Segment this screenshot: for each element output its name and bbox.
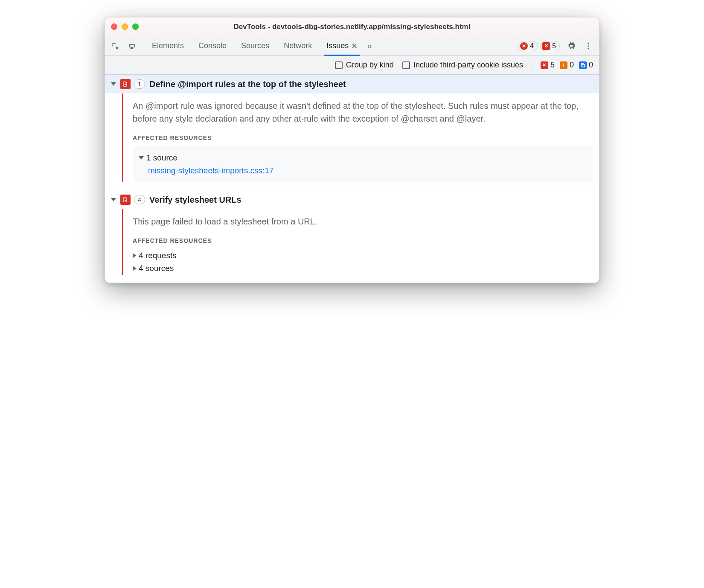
requests-summary-row[interactable]: 4 requests xyxy=(133,249,593,262)
issue-item: 1 Define @import rules at the top of the… xyxy=(105,75,599,190)
severity-bar xyxy=(122,209,123,275)
more-tabs-icon[interactable]: » xyxy=(367,41,372,51)
affected-resources-label: AFFECTED RESOURCES xyxy=(133,134,593,141)
traffic-lights xyxy=(111,23,139,30)
svg-point-0 xyxy=(588,43,589,44)
collapse-triangle-icon xyxy=(133,266,136,271)
issues-list: 1 Define @import rules at the top of the… xyxy=(105,75,599,283)
error-square-icon: ✕ xyxy=(542,42,550,50)
issue-body: An @import rule was ignored because it w… xyxy=(105,93,599,190)
group-by-kind-checkbox[interactable]: Group by kind xyxy=(335,61,394,70)
sources-summary-row[interactable]: 4 sources xyxy=(133,262,593,275)
issue-title: Define @import rules at the top of the s… xyxy=(149,79,346,89)
issue-header[interactable]: 1 Define @import rules at the top of the… xyxy=(105,75,599,93)
sources-summary-text: 4 sources xyxy=(139,264,174,273)
expand-triangle-icon xyxy=(111,198,116,201)
tab-issues[interactable]: Issues ✕ xyxy=(325,36,359,55)
toolbar-right xyxy=(564,39,596,53)
issue-description: An @import rule was ignored because it w… xyxy=(133,99,593,125)
tab-network[interactable]: Network xyxy=(282,36,314,55)
severity-bar xyxy=(122,93,123,182)
error-pills: ✕ 4 ✕ 5 xyxy=(518,41,560,51)
tab-issues-label: Issues xyxy=(326,41,349,50)
error-count-2: 5 xyxy=(552,42,556,50)
issues-pill[interactable]: ✕ 5 xyxy=(540,41,560,51)
svg-rect-4 xyxy=(582,64,585,67)
close-window-button[interactable] xyxy=(111,23,117,30)
checkbox-icon xyxy=(335,61,343,69)
sources-summary-row[interactable]: 1 source xyxy=(139,151,587,164)
main-toolbar: Elements Console Sources Network Issues … xyxy=(105,36,599,56)
issue-header[interactable]: 4 Verify stylesheet URLs xyxy=(105,190,599,209)
group-by-kind-label: Group by kind xyxy=(346,61,394,70)
source-link[interactable]: missing-stylesheets-imports.css:17 xyxy=(148,166,274,175)
kebab-menu-icon[interactable] xyxy=(581,39,596,53)
error-count[interactable]: ✕ 5 xyxy=(541,61,555,70)
svg-point-2 xyxy=(588,48,589,49)
include-third-party-checkbox[interactable]: Include third-party cookie issues xyxy=(402,61,523,70)
tab-elements[interactable]: Elements xyxy=(150,36,186,55)
tab-console[interactable]: Console xyxy=(197,36,228,55)
tab-sources[interactable]: Sources xyxy=(239,36,271,55)
minimize-window-button[interactable] xyxy=(122,23,128,30)
sources-summary-text: 1 source xyxy=(146,153,177,163)
divider xyxy=(532,60,532,70)
issues-toolbar: Group by kind Include third-party cookie… xyxy=(105,56,599,75)
include-third-party-label: Include third-party cookie issues xyxy=(413,61,523,70)
title-bar: DevTools - devtools-dbg-stories.netlify.… xyxy=(105,17,599,36)
requests-summary-text: 4 requests xyxy=(139,251,177,260)
page-error-icon xyxy=(120,195,131,205)
expand-triangle-icon xyxy=(111,82,116,86)
console-errors-pill[interactable]: ✕ 4 xyxy=(518,41,538,51)
devtools-window: DevTools - devtools-dbg-stories.netlify.… xyxy=(105,17,599,283)
issue-counts: ✕ 5 ! 0 0 xyxy=(541,61,593,70)
info-count-value: 0 xyxy=(589,61,593,70)
warning-count[interactable]: ! 0 xyxy=(560,61,574,70)
error-circle-icon: ✕ xyxy=(520,42,528,50)
warning-badge-icon: ! xyxy=(560,61,567,69)
issue-item: 4 Verify stylesheet URLs This page faile… xyxy=(105,190,599,283)
issue-count-badge: 4 xyxy=(134,195,145,204)
info-badge-icon xyxy=(579,61,587,69)
inspect-icon[interactable] xyxy=(108,39,123,53)
page-error-icon xyxy=(120,79,131,89)
info-count[interactable]: 0 xyxy=(579,61,593,70)
source-link-row: missing-stylesheets-imports.css:17 xyxy=(139,164,587,177)
warning-count-value: 0 xyxy=(570,61,574,70)
issue-body: This page failed to load a stylesheet fr… xyxy=(105,209,599,282)
affected-resources-label: AFFECTED RESOURCES xyxy=(133,237,593,244)
error-count-1: 4 xyxy=(530,42,534,50)
panel-tabs: Elements Console Sources Network Issues … xyxy=(150,36,516,55)
maximize-window-button[interactable] xyxy=(132,23,139,30)
close-icon[interactable]: ✕ xyxy=(351,41,358,51)
checkbox-icon xyxy=(402,61,410,69)
collapse-triangle-icon xyxy=(133,253,136,258)
svg-point-1 xyxy=(588,45,589,47)
window-title: DevTools - devtools-dbg-stories.netlify.… xyxy=(105,23,599,31)
issue-title: Verify stylesheet URLs xyxy=(149,195,241,205)
gear-icon[interactable] xyxy=(564,39,579,53)
device-toggle-icon[interactable] xyxy=(125,39,139,53)
error-badge-icon: ✕ xyxy=(541,61,548,69)
affected-resources-box: 1 source missing-stylesheets-imports.css… xyxy=(133,146,593,182)
error-count-value: 5 xyxy=(550,61,555,70)
expand-triangle-icon xyxy=(139,156,144,160)
issue-count-badge: 1 xyxy=(134,79,145,89)
issue-description: This page failed to load a stylesheet fr… xyxy=(133,215,593,228)
